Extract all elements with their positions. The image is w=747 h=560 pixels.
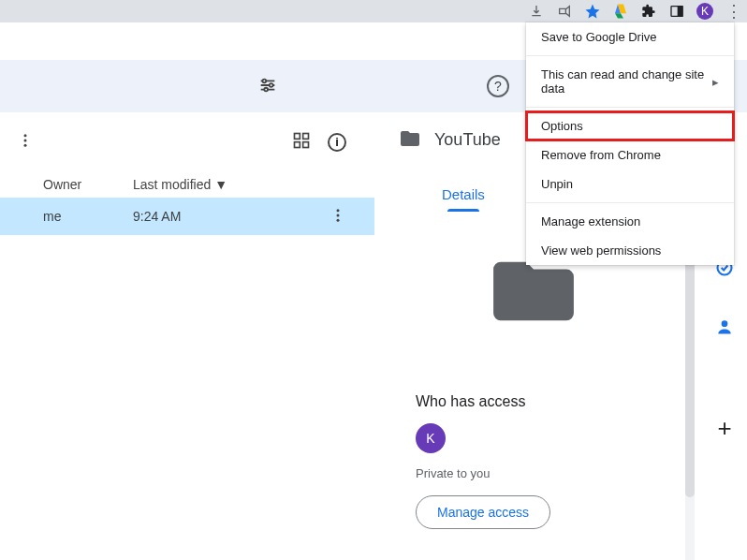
- menu-view-permissions[interactable]: View web permissions: [526, 236, 734, 265]
- share-icon[interactable]: [556, 3, 573, 20]
- extension-context-menu: Save to Google Drive This can read and c…: [526, 22, 734, 265]
- menu-manage-extension[interactable]: Manage extension: [526, 207, 734, 236]
- help-icon[interactable]: ?: [487, 75, 509, 97]
- chevron-right-icon: ▸: [712, 75, 719, 89]
- svg-rect-9: [303, 134, 309, 140]
- row-modified: 9:24 AM: [133, 209, 292, 224]
- menu-site-data[interactable]: This can read and change site data ▸: [526, 60, 734, 103]
- modified-column-header[interactable]: Last modified ▼: [133, 177, 227, 192]
- menu-remove[interactable]: Remove from Chrome: [526, 140, 734, 169]
- browser-menu-icon[interactable]: ⋮: [725, 3, 741, 20]
- svg-rect-10: [295, 142, 300, 148]
- svg-point-7: [24, 144, 27, 147]
- tab-details[interactable]: Details: [442, 186, 485, 212]
- svg-rect-11: [303, 142, 309, 148]
- menu-separator: [526, 202, 734, 203]
- svg-point-5: [24, 134, 27, 137]
- menu-separator: [526, 107, 734, 108]
- filter-icon[interactable]: [257, 75, 278, 98]
- menu-unpin[interactable]: Unpin: [526, 169, 734, 199]
- svg-rect-1: [678, 7, 682, 17]
- add-addon-icon[interactable]: +: [717, 414, 731, 443]
- svg-point-14: [337, 218, 340, 221]
- download-icon[interactable]: [528, 3, 545, 20]
- drive-icon[interactable]: [612, 3, 629, 20]
- folder-icon: [399, 127, 421, 153]
- manage-access-button[interactable]: Manage access: [416, 495, 550, 529]
- svg-rect-8: [295, 134, 300, 140]
- browser-toolbar: K ⋮: [0, 0, 747, 22]
- row-menu-icon[interactable]: [330, 207, 346, 227]
- folder-preview-icon: [391, 255, 676, 328]
- grid-view-icon[interactable]: [292, 131, 311, 153]
- column-headers: Owner Last modified ▼: [0, 171, 374, 198]
- file-list-panel: i Owner Last modified ▼ me 9:24 AM: [0, 112, 374, 560]
- svg-point-6: [24, 140, 27, 142]
- row-owner: me: [0, 209, 133, 224]
- extensions-icon[interactable]: [640, 3, 657, 20]
- access-status: Private to you: [416, 466, 676, 480]
- sort-desc-icon: ▼: [214, 177, 227, 192]
- svg-point-12: [337, 209, 340, 212]
- owner-column-header[interactable]: Owner: [0, 177, 133, 192]
- side-panel-icon[interactable]: [668, 3, 685, 20]
- svg-point-16: [722, 320, 728, 327]
- menu-options[interactable]: Options: [526, 111, 734, 140]
- scrollbar-thumb[interactable]: [685, 255, 695, 497]
- owner-avatar[interactable]: K: [416, 423, 446, 453]
- svg-point-3: [270, 83, 273, 87]
- info-icon[interactable]: i: [328, 133, 346, 152]
- menu-separator: [526, 55, 734, 56]
- detail-title: YouTube: [434, 130, 501, 150]
- svg-point-13: [337, 214, 340, 216]
- table-row[interactable]: me 9:24 AM: [0, 198, 374, 235]
- profile-avatar[interactable]: K: [696, 3, 713, 20]
- access-heading: Who has access: [416, 393, 676, 410]
- svg-point-4: [264, 87, 268, 91]
- contacts-icon[interactable]: [715, 317, 734, 339]
- menu-save-to-drive[interactable]: Save to Google Drive: [526, 22, 734, 52]
- star-icon[interactable]: [584, 3, 601, 20]
- menu-site-data-label: This can read and change site data: [541, 67, 712, 96]
- svg-point-2: [263, 79, 267, 82]
- modified-column-label: Last modified: [133, 177, 211, 192]
- list-menu-icon[interactable]: [17, 132, 34, 152]
